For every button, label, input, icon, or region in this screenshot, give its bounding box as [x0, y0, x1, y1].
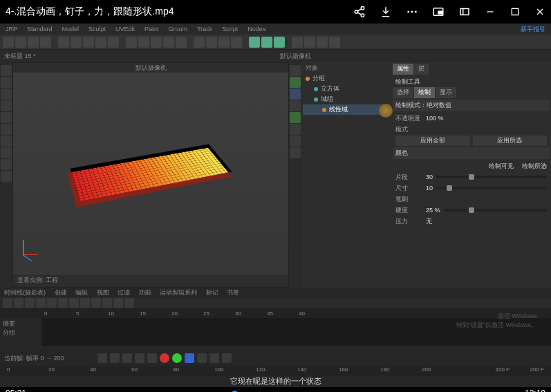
share-icon[interactable] — [353, 6, 366, 18]
prop-tab[interactable]: 层 — [414, 64, 429, 75]
prop-value[interactable]: 100 % — [426, 115, 444, 122]
tl-menu-item[interactable]: 时间线(摄影表) — [4, 289, 46, 296]
tool-icon[interactable] — [15, 37, 26, 48]
compact-icon[interactable] — [458, 6, 471, 18]
menu-item[interactable]: UVEdit — [115, 26, 135, 32]
end-frame[interactable]: 200 F — [496, 366, 510, 373]
pb-prev-icon[interactable] — [110, 353, 120, 363]
vtool-icon[interactable] — [1, 65, 12, 76]
tl-menu-item[interactable]: 视图 — [97, 289, 109, 296]
vtool-icon[interactable] — [290, 65, 301, 76]
tl-menu-item[interactable]: 编辑 — [75, 289, 88, 296]
tl-tool-icon[interactable] — [58, 298, 68, 308]
menu-item[interactable]: Script — [222, 26, 238, 32]
viewport-canvas[interactable] — [13, 73, 288, 273]
pb-last-icon[interactable] — [147, 353, 157, 363]
tl-tool-icon[interactable] — [91, 298, 101, 308]
vtool-icon[interactable] — [1, 77, 12, 88]
vtool-icon[interactable] — [290, 147, 301, 158]
menu-item[interactable]: JRP — [6, 26, 17, 32]
hierarchy-item[interactable]: 立方体 — [303, 84, 390, 94]
tl-tool-icon[interactable] — [124, 298, 134, 308]
tool-icon[interactable] — [249, 37, 260, 48]
tool-icon[interactable] — [151, 37, 162, 48]
tool-icon[interactable] — [329, 37, 340, 48]
tool-icon[interactable] — [206, 37, 217, 48]
tool-icon[interactable] — [194, 37, 205, 48]
tool-icon[interactable] — [71, 37, 82, 48]
doc-tab[interactable]: 未标题 15 * — [4, 52, 36, 61]
vtool-icon[interactable] — [1, 112, 12, 123]
prop-tab[interactable]: 属性 — [393, 64, 413, 75]
menu-item[interactable]: Track — [197, 26, 212, 32]
tl-tool-icon[interactable] — [113, 298, 123, 308]
more-icon[interactable] — [406, 6, 418, 18]
tool-icon[interactable] — [138, 37, 149, 48]
vtool-icon[interactable] — [1, 100, 12, 111]
tool-icon[interactable] — [218, 37, 230, 48]
vtool-icon[interactable] — [1, 88, 12, 100]
tl-menu-item[interactable]: 标记 — [206, 289, 218, 296]
tool-icon[interactable] — [292, 37, 303, 48]
end-frame[interactable]: 200 F — [530, 366, 544, 373]
prop-value[interactable]: 10 — [426, 185, 433, 192]
tool-icon[interactable] — [83, 37, 94, 48]
pb-key-icon[interactable] — [185, 353, 194, 363]
apply-sel-button[interactable]: 应用所选 — [473, 136, 548, 146]
tool-icon[interactable] — [126, 37, 137, 48]
pb-icon[interactable] — [209, 353, 219, 363]
minimize-icon[interactable] — [485, 6, 496, 17]
track-name[interactable]: 分组 — [3, 328, 39, 337]
tl-tool-icon[interactable] — [25, 298, 35, 308]
tl-tool-icon[interactable] — [102, 298, 112, 308]
tool-icon[interactable] — [3, 37, 14, 48]
slider[interactable] — [443, 209, 547, 212]
vtool-icon[interactable] — [1, 147, 12, 158]
tl-menu-item[interactable]: 运动剪辑系列 — [160, 289, 197, 296]
tool-icon[interactable] — [58, 37, 69, 48]
vtool-icon[interactable] — [290, 136, 301, 147]
vtool-icon[interactable] — [1, 124, 12, 135]
tl-menu-item[interactable]: 过滤 — [118, 289, 130, 296]
vtool-icon[interactable] — [290, 100, 301, 111]
pb-icon[interactable] — [222, 353, 232, 363]
apply-all-button[interactable]: 应用全部 — [395, 136, 470, 146]
prop-tab[interactable]: 绘制 — [414, 87, 435, 98]
pb-icon[interactable] — [197, 353, 207, 363]
prop-value[interactable]: 25 % — [426, 207, 440, 214]
hierarchy-item[interactable]: 域组 — [303, 94, 390, 104]
tl-tool-icon[interactable] — [80, 298, 90, 308]
tool-icon[interactable] — [28, 37, 39, 48]
vtool-icon[interactable] — [290, 77, 301, 88]
tool-icon[interactable] — [95, 37, 106, 48]
tool-icon[interactable] — [176, 37, 187, 48]
menu-item[interactable]: Nodes — [248, 26, 265, 32]
close-icon[interactable] — [534, 6, 545, 17]
frame-ruler[interactable]: 0 20 40 60 80 100 120 140 160 180 200 20… — [0, 366, 551, 376]
vtool-icon[interactable] — [1, 159, 12, 170]
menu-item[interactable]: Groom — [169, 26, 188, 32]
menu-guide[interactable]: 新手指引 — [521, 25, 545, 34]
tool-icon[interactable] — [317, 37, 328, 48]
pb-autokey-icon[interactable] — [172, 353, 182, 363]
menu-item[interactable]: Paint — [144, 26, 159, 32]
prop-value[interactable]: 30 — [426, 174, 433, 180]
slider[interactable] — [436, 176, 547, 178]
maximize-icon[interactable] — [510, 6, 521, 17]
prop-value[interactable]: 无 — [426, 217, 432, 226]
tool-icon[interactable] — [261, 37, 272, 48]
vtool-icon[interactable] — [290, 88, 301, 100]
pb-record-icon[interactable] — [160, 353, 169, 363]
tool-icon[interactable] — [231, 37, 242, 48]
pb-first-icon[interactable] — [97, 353, 107, 363]
tl-menu-item[interactable]: 功能 — [139, 289, 151, 296]
prop-tab[interactable]: 显示 — [436, 87, 456, 98]
tool-icon[interactable] — [108, 37, 119, 48]
tl-tool-icon[interactable] — [14, 298, 24, 308]
vtool-icon[interactable] — [290, 124, 301, 135]
hierarchy-item[interactable]: 分组 — [303, 73, 390, 84]
viewport-3d[interactable]: 默认摄像机 查看实例: 工程 — [12, 62, 289, 288]
prop-tab[interactable]: 选择 — [393, 87, 413, 98]
hierarchy-item[interactable]: 线性域 — [303, 104, 390, 115]
slider[interactable] — [436, 187, 547, 189]
